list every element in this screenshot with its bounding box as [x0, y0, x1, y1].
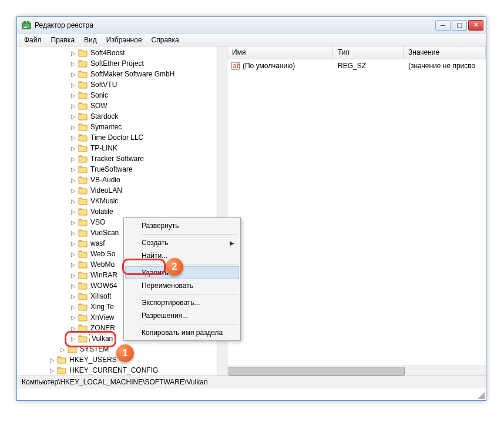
expand-icon[interactable]: ▷ — [59, 346, 66, 353]
expand-icon[interactable]: ▷ — [70, 240, 77, 247]
expand-icon[interactable]: ▷ — [70, 293, 77, 300]
expand-icon[interactable]: ▷ — [70, 272, 77, 279]
expand-icon[interactable]: ▷ — [70, 71, 77, 78]
cm-permissions[interactable]: Разрешения... — [125, 309, 239, 322]
tree-item-label: SoftMaker Software GmbH — [89, 70, 176, 78]
string-value-icon: ab — [231, 61, 240, 71]
tree-item-label: Soft4Boost — [89, 49, 126, 57]
context-menu: Развернуть Создать▶ Найти... Удалить Пер… — [123, 217, 241, 341]
close-button[interactable]: ✕ — [468, 20, 483, 31]
folder-icon — [78, 229, 88, 237]
resize-grip[interactable] — [476, 391, 485, 399]
cm-copy-key[interactable]: Копировать имя раздела — [125, 326, 239, 339]
tree-item-label: Web So — [89, 250, 116, 258]
tree-item-label: VSO — [89, 218, 106, 226]
expand-icon[interactable]: ▷ — [70, 314, 77, 321]
expand-icon[interactable]: ▷ — [70, 123, 77, 130]
tree-item[interactable]: ▷SoftMaker Software GmbH — [17, 69, 227, 79]
menu-favorites[interactable]: Избранное — [102, 35, 147, 45]
tree-item-label: HKEY_USERS — [68, 356, 118, 364]
tree-item[interactable]: ▷VideoLAN — [17, 185, 227, 196]
menu-help[interactable]: Справка — [147, 35, 184, 45]
tree-item[interactable]: ▷VKMusic — [17, 196, 227, 206]
folder-icon — [78, 81, 88, 89]
tree-item[interactable]: ▷Symantec — [17, 122, 227, 132]
expand-icon[interactable]: ▷ — [70, 166, 77, 173]
folder-icon — [78, 292, 88, 300]
expand-icon[interactable]: ▷ — [70, 303, 77, 310]
cm-create[interactable]: Создать▶ — [125, 236, 239, 249]
expand-icon[interactable]: ▷ — [70, 92, 77, 99]
tree-item[interactable]: ▷Soft4Boost — [17, 48, 227, 58]
tree-item-label: XnView — [89, 313, 115, 321]
folder-icon — [78, 324, 88, 332]
tree-item-label: ZONER — [89, 324, 116, 332]
folder-icon — [57, 356, 66, 364]
expand-icon[interactable]: ▷ — [70, 187, 77, 194]
menu-view[interactable]: Вид — [79, 35, 102, 45]
menu-file[interactable]: Файл — [19, 35, 46, 45]
value-data: (значение не присво — [404, 62, 486, 70]
tree-item[interactable]: ▷SOW — [17, 101, 227, 111]
expand-icon[interactable]: ▷ — [70, 81, 77, 88]
cm-export[interactable]: Экспортировать... — [125, 296, 239, 309]
cm-expand[interactable]: Развернуть — [125, 219, 239, 232]
tree-item[interactable]: ▷Sonic — [17, 90, 227, 101]
tree-item[interactable]: ▷TP-LINK — [17, 143, 227, 153]
col-value[interactable]: Значение — [404, 46, 486, 59]
svg-rect-1 — [23, 21, 26, 24]
list-scrollbar-horizontal[interactable] — [227, 366, 486, 376]
expand-icon[interactable]: ▷ — [70, 335, 77, 342]
expand-icon[interactable]: ▷ — [70, 176, 77, 183]
tree-item[interactable]: ▷Stardock — [17, 111, 227, 122]
tree-item-label: WOW64 — [89, 282, 118, 290]
expand-icon[interactable]: ▷ — [70, 145, 77, 152]
folder-icon — [78, 218, 88, 226]
minimize-button[interactable]: ─ — [435, 20, 451, 31]
tree-item-label: SOW — [89, 102, 109, 110]
expand-icon[interactable]: ▷ — [70, 229, 77, 236]
tree-item-label: Volatile — [89, 207, 115, 216]
col-name[interactable]: Имя — [227, 46, 333, 59]
expand-icon[interactable]: ▷ — [49, 356, 56, 363]
expand-icon[interactable]: ▷ — [70, 113, 77, 120]
tree-item-label: Xing Te — [89, 303, 115, 311]
window-title: Редактор реестра — [35, 21, 434, 29]
tree-item-label: Vulkan — [89, 334, 115, 343]
titlebar[interactable]: Редактор реестра ─ ▢ ✕ — [17, 17, 486, 34]
values-panel[interactable]: Имя Тип Значение ab(По умолчанию)REG_SZ(… — [227, 46, 486, 376]
tree-item[interactable]: ▷VB-Audio — [17, 175, 227, 185]
tree-item[interactable]: ▷HKEY_CURRENT_CONFIG — [17, 365, 227, 376]
folder-icon — [78, 155, 88, 163]
expand-icon[interactable]: ▷ — [70, 102, 77, 109]
folder-icon — [78, 250, 88, 258]
menubar: Файл Правка Вид Избранное Справка — [17, 34, 486, 46]
expand-icon[interactable]: ▷ — [70, 250, 77, 257]
tree-item[interactable]: ▷Time Doctor LLC — [17, 132, 227, 143]
tree-item[interactable]: ▷Tracker Software — [17, 153, 227, 164]
tree-item[interactable]: ▷SoftVTU — [17, 79, 227, 90]
expand-icon[interactable]: ▷ — [70, 261, 77, 268]
expand-icon[interactable]: ▷ — [70, 282, 77, 289]
list-row[interactable]: ab(По умолчанию)REG_SZ(значение не присв… — [227, 61, 486, 71]
cm-rename[interactable]: Переименовать — [125, 279, 239, 292]
scroll-thumb[interactable] — [229, 367, 405, 376]
expand-icon[interactable]: ▷ — [49, 367, 56, 374]
tree-item[interactable]: ▷TrueSoftware — [17, 164, 227, 175]
expand-icon[interactable]: ▷ — [70, 219, 77, 226]
tree-item[interactable]: ▷SoftEther Project — [17, 58, 227, 69]
expand-icon[interactable]: ▷ — [70, 324, 77, 331]
expand-icon[interactable]: ▷ — [70, 60, 77, 67]
expand-icon[interactable]: ▷ — [70, 208, 77, 215]
expand-icon[interactable]: ▷ — [70, 49, 77, 56]
menu-edit[interactable]: Правка — [46, 35, 80, 45]
expand-icon[interactable]: ▷ — [70, 155, 77, 162]
tree-item[interactable]: ▷Volatile — [17, 206, 227, 217]
tree-item-label: VB-Audio — [89, 176, 122, 184]
col-type[interactable]: Тип — [333, 46, 404, 59]
maximize-button[interactable]: ▢ — [452, 20, 467, 31]
cm-find[interactable]: Найти... — [125, 249, 239, 262]
expand-icon[interactable]: ▷ — [70, 134, 77, 141]
folder-icon — [78, 91, 88, 99]
expand-icon[interactable]: ▷ — [70, 197, 77, 205]
